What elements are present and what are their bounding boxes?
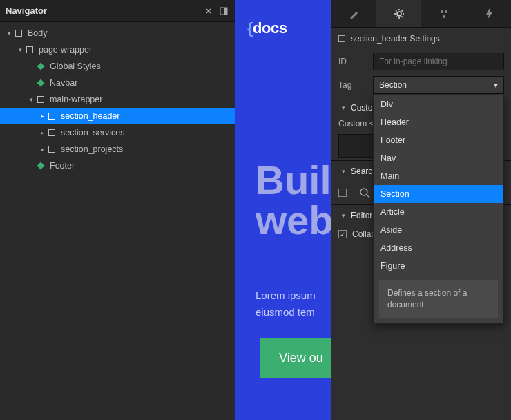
tree-row-label: Body [28, 28, 48, 38]
hero-heading: Builweb [256, 160, 331, 240]
tree-row-section-services[interactable]: ▸section_services [0, 124, 235, 141]
div-block-icon [36, 95, 46, 104]
div-block-icon [25, 45, 35, 55]
tree-row-label: Navbar [50, 78, 77, 88]
tab-settings[interactable] [376, 0, 421, 27]
settings-panel: section_header Settings ID Tag Section ▾… [331, 0, 511, 420]
tag-select-value: Section [379, 80, 407, 90]
chevron-down-icon: ▾ [338, 211, 348, 220]
tree-row-label: main-wrapper [50, 95, 102, 104]
navigator-header: Navigator [0, 0, 235, 22]
collapse-icon[interactable] [203, 6, 214, 17]
dropdown-option-section[interactable]: Section [374, 185, 503, 203]
tag-dropdown[interactable]: DivHeaderFooterNavMainSectionArticleAsid… [373, 95, 504, 324]
tag-row: Tag Section ▾ [331, 73, 511, 97]
chevron-down-icon: ▾ [338, 166, 348, 176]
chevron-right-icon[interactable]: ▸ [37, 111, 47, 121]
tab-interactions[interactable] [421, 0, 466, 27]
symbol-icon [36, 161, 46, 171]
dropdown-tooltip: Defines a section of a document [379, 280, 498, 318]
dropdown-option-aside[interactable]: Aside [374, 221, 503, 239]
dropdown-option-nav[interactable]: Nav [374, 149, 503, 167]
svg-point-6 [360, 189, 367, 195]
tree-row-label: page-wrapper [39, 45, 92, 55]
element-icon [338, 35, 345, 42]
div-block-icon [47, 111, 57, 121]
search-checkbox[interactable] [338, 189, 347, 197]
spacer [26, 161, 36, 171]
svg-point-5 [443, 15, 445, 18]
tag-label: Tag [338, 80, 373, 90]
canvas-preview: {docs Builweb Lorem ipsumeiusmod tem Vie… [235, 0, 331, 420]
div-block-icon [47, 128, 57, 137]
hero-lorem: Lorem ipsumeiusmod tem [256, 287, 316, 321]
settings-title-row: section_header Settings [331, 28, 511, 50]
svg-point-3 [441, 10, 443, 13]
collaborate-label: Collab [352, 229, 376, 239]
chevron-down-icon[interactable]: ▾ [15, 45, 25, 55]
navigator-tree: ▾Body▾page-wrapperGlobal StylesNavbar▾ma… [0, 22, 235, 420]
dropdown-option-footer[interactable]: Footer [374, 131, 503, 149]
cta-button[interactable]: View ou [260, 338, 331, 378]
div-block-icon [47, 144, 57, 154]
tree-row-body[interactable]: ▾Body [0, 25, 235, 41]
symbol-icon [36, 61, 46, 71]
dropdown-option-main[interactable]: Main [374, 167, 503, 185]
tree-row-main-wrapper[interactable]: ▾main-wrapper [0, 91, 235, 108]
dropdown-option-div[interactable]: Div [374, 95, 503, 113]
settings-title: section_header Settings [351, 34, 440, 44]
dropdown-option-figure[interactable]: Figure [374, 257, 503, 275]
dropdown-option-address[interactable]: Address [374, 239, 503, 257]
div-block-icon [14, 28, 23, 38]
globe-search-icon [358, 186, 372, 200]
id-label: ID [338, 57, 373, 66]
id-row: ID [331, 50, 511, 73]
svg-point-2 [397, 12, 401, 16]
chevron-down-icon: ▾ [494, 80, 498, 90]
tree-row-page-wrapper[interactable]: ▾page-wrapper [0, 41, 235, 58]
chevron-down-icon[interactable]: ▾ [4, 28, 14, 38]
tree-row-label: Global Styles [50, 61, 101, 71]
spacer [26, 61, 36, 71]
id-input[interactable] [373, 52, 504, 70]
tree-row-label: section_header [61, 111, 119, 121]
tab-style[interactable] [331, 0, 376, 27]
tree-row-section-header[interactable]: ▸section_header [0, 108, 235, 124]
chevron-down-icon: ▾ [338, 103, 348, 113]
svg-rect-1 [224, 8, 227, 15]
settings-tabbar [331, 0, 511, 28]
dropdown-option-article[interactable]: Article [374, 203, 503, 221]
tree-row-global-styles[interactable]: Global Styles [0, 58, 235, 75]
tab-effects[interactable] [466, 0, 511, 27]
navigator-panel: Navigator ▾Body▾page-wrapperGlobal Style… [0, 0, 235, 420]
dropdown-option-header[interactable]: Header [374, 113, 503, 131]
pin-icon[interactable] [218, 6, 229, 17]
chevron-right-icon[interactable]: ▸ [37, 144, 47, 154]
tag-select[interactable]: Section ▾ [373, 76, 504, 94]
tree-row-label: section_projects [61, 144, 123, 154]
tree-row-navbar[interactable]: Navbar [0, 75, 235, 91]
site-logo: {docs [247, 19, 287, 37]
chevron-down-icon[interactable]: ▾ [26, 95, 36, 104]
tree-row-footer[interactable]: Footer [0, 158, 235, 174]
navigator-title: Navigator [6, 6, 199, 16]
tree-row-section-projects[interactable]: ▸section_projects [0, 141, 235, 158]
tree-row-label: section_services [61, 128, 124, 137]
spacer [26, 78, 36, 88]
collaborate-checkbox[interactable] [338, 230, 347, 238]
chevron-right-icon[interactable]: ▸ [37, 128, 47, 137]
symbol-icon [36, 78, 46, 88]
svg-point-4 [445, 10, 447, 13]
tree-row-label: Footer [50, 161, 75, 171]
